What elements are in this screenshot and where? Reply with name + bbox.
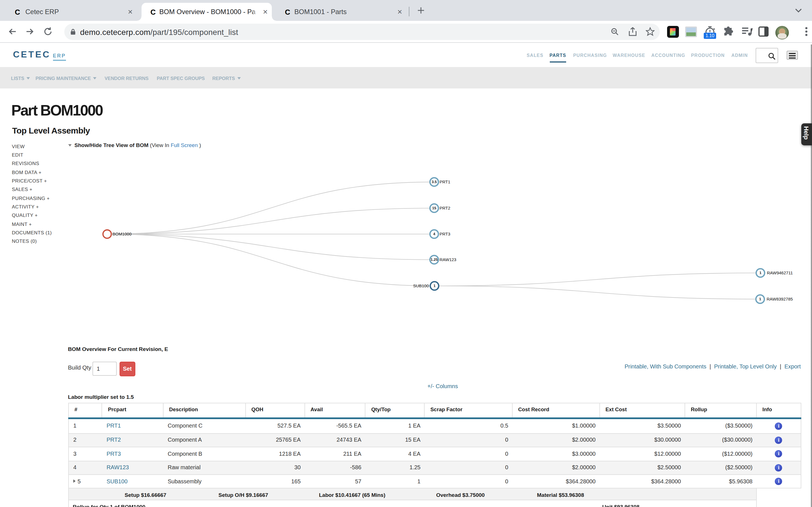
- svg-text:15: 15: [432, 206, 436, 210]
- svg-text:RAW8392785: RAW8392785: [767, 297, 793, 301]
- svg-text:1: 1: [434, 284, 435, 288]
- svg-text:PRT1: PRT1: [440, 179, 450, 184]
- svg-text:PRT3: PRT3: [440, 231, 450, 236]
- svg-text:3.5: 3.5: [432, 180, 437, 184]
- svg-text:SUB100: SUB100: [413, 283, 429, 288]
- svg-text:1: 1: [759, 297, 761, 301]
- svg-text:PRT2: PRT2: [440, 206, 450, 210]
- svg-text:RAW123: RAW123: [440, 257, 456, 262]
- svg-text:RAW9462711: RAW9462711: [767, 270, 793, 275]
- svg-text:4: 4: [433, 232, 435, 236]
- svg-text:1.25: 1.25: [430, 258, 438, 262]
- svg-text:1: 1: [759, 271, 761, 275]
- svg-text:BOM1000: BOM1000: [112, 231, 132, 236]
